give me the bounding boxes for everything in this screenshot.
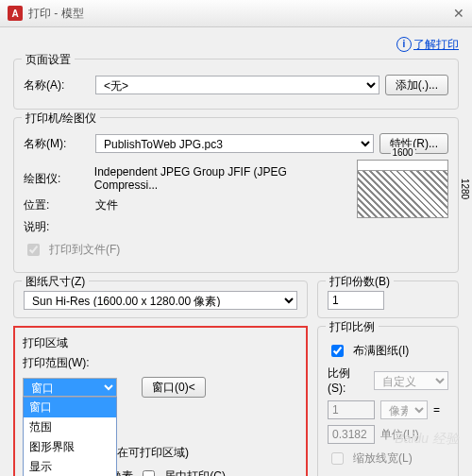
print-area-title: 打印区域 <box>23 335 298 351</box>
plotter-value: Independent JPEG Group JFIF (JPEG Compre… <box>94 165 349 192</box>
printer-group: 打印机/绘图仪 名称(M): PublishToWeb JPG.pc3 特性(R… <box>13 117 459 273</box>
app-icon: A <box>8 6 23 21</box>
learn-print-link[interactable]: 了解打印 <box>413 37 459 53</box>
fit-label: 布满图纸(I) <box>353 343 409 359</box>
fit-checkbox[interactable] <box>331 345 344 357</box>
unit2-input <box>328 425 375 444</box>
where-label: 位置: <box>24 197 90 213</box>
paper-size-title: 图纸尺寸(Z) <box>22 274 89 290</box>
info-icon: i <box>396 37 412 52</box>
ratio-label: 比例(S): <box>328 366 368 395</box>
print-area-highlight: 打印区域 打印范围(W): 窗口 窗口 范围 图形界限 显示 窗口(0)< 打印 <box>13 326 308 476</box>
lineweights-label: 缩放线宽(L) <box>353 450 413 467</box>
unit1-input <box>328 400 375 419</box>
scale-title: 打印比例 <box>326 319 379 335</box>
lineweights-checkbox <box>331 452 344 465</box>
equals-label: = <box>433 403 440 416</box>
unit1-select: 像素 <box>380 400 428 419</box>
window-pick-button[interactable]: 窗口(0)< <box>142 377 206 398</box>
where-value: 文件 <box>95 197 118 213</box>
print-to-file-label: 打印到文件(F) <box>49 242 120 258</box>
copies-title: 打印份数(B) <box>326 274 394 290</box>
titlebar: A 打印 - 模型 ✕ <box>0 0 472 27</box>
desc-label: 说明: <box>24 219 90 235</box>
scale-group: 打印比例 布满图纸(I) 比例(S):自定义 像素= 单位(U) 缩放线宽(L) <box>317 326 459 476</box>
center-label: 居中打印(C) <box>164 468 226 477</box>
page-setup-name-select[interactable]: <无> <box>95 76 379 94</box>
close-icon[interactable]: ✕ <box>453 6 464 21</box>
range-option-display[interactable]: 显示 <box>24 457 116 476</box>
print-area-group: 打印区域 打印范围(W): 窗口 窗口 范围 图形界限 显示 窗口(0)< 打印 <box>19 332 302 476</box>
copies-group: 打印份数(B) <box>317 280 459 318</box>
paper-size-group: 图纸尺寸(Z) Sun Hi-Res (1600.00 x 1280.00 像素… <box>13 280 308 318</box>
paper-preview <box>357 160 448 218</box>
range-option-extents[interactable]: 范围 <box>24 417 116 437</box>
printer-name-select[interactable]: PublishToWeb JPG.pc3 <box>95 134 374 153</box>
paper-size-select[interactable]: Sun Hi-Res (1600.00 x 1280.00 像素) <box>24 291 297 310</box>
unit2-label: 单位(U) <box>380 427 419 443</box>
print-range-dropdown: 窗口 范围 图形界限 显示 <box>23 397 117 476</box>
ratio-select: 自定义 <box>374 371 448 390</box>
page-setup-group: 页面设置 名称(A): <无> 添加(.)... <box>13 59 459 110</box>
range-option-limits[interactable]: 图形界限 <box>24 437 116 457</box>
range-option-window[interactable]: 窗口 <box>24 398 116 417</box>
printer-title: 打印机/绘图仪 <box>22 110 100 127</box>
copies-input[interactable] <box>328 291 384 310</box>
print-range-select[interactable]: 窗口 窗口 范围 图形界限 显示 <box>23 378 117 397</box>
name-label: 名称(A): <box>24 77 90 94</box>
page-setup-title: 页面设置 <box>22 52 75 68</box>
print-range-label: 打印范围(W): <box>23 355 298 371</box>
add-button[interactable]: 添加(.)... <box>385 75 448 95</box>
printer-name-label: 名称(M): <box>24 136 90 152</box>
plotter-label: 绘图仪: <box>24 171 89 187</box>
print-to-file-checkbox <box>27 244 40 256</box>
center-checkbox[interactable] <box>143 470 155 477</box>
window-title: 打印 - 模型 <box>28 6 453 22</box>
